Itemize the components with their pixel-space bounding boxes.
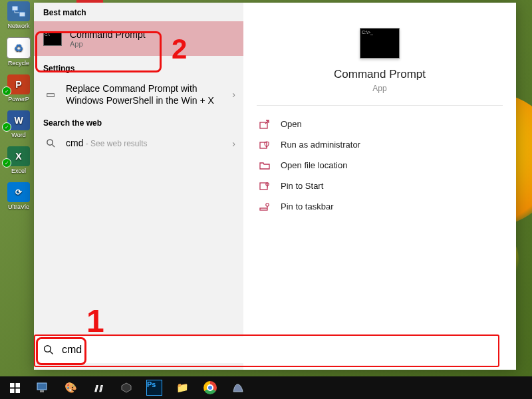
network-icon [7,1,30,21]
chrome-icon [203,381,217,394]
taskbar-file-explorer[interactable]: 📁 [170,378,194,398]
action-label: Run as administrator [281,140,360,150]
photoshop-icon: Ps [146,380,162,396]
desktop-icon-label: Excel [11,168,26,174]
palette-icon: 🎨 [65,382,77,394]
preview-subtitle: App [372,84,386,93]
folder-icon [259,161,271,170]
svg-rect-0 [12,6,18,11]
action-label: Pin to taskbar [281,201,334,211]
taskbar-photoshop[interactable]: Ps [142,378,166,398]
settings-header: Settings [34,56,243,77]
start-menu-results: Best match Command Prompt App Settings ▭… [34,3,243,370]
desktop-icon-word[interactable]: W ✓ Word [3,110,34,138]
svg-rect-15 [15,383,20,388]
search-icon [43,138,58,148]
svg-line-3 [52,145,55,148]
action-label: Open [281,119,302,129]
shortcut-badge-icon: ✓ [2,86,11,96]
settings-item-label: Replace Command Prompt with Windows Powe… [66,82,234,106]
pin-start-icon [259,182,271,191]
taskbar-chrome[interactable] [198,378,222,398]
desktop-icon-excel[interactable]: X ✓ Excel [3,146,34,174]
command-prompt-icon [360,28,400,59]
svg-point-10 [266,203,269,205]
preview-pane: Command Prompt App [257,15,503,106]
svg-rect-14 [10,383,15,388]
action-label: Pin to Start [281,181,323,191]
action-open[interactable]: Open [257,115,503,133]
shortcut-badge-icon: ✓ [2,122,11,132]
svg-rect-19 [40,390,44,392]
open-icon [259,120,271,129]
action-pin-to-start[interactable]: Pin to Start [257,177,503,195]
desktop-icon-label: Recycle [8,60,29,66]
svg-rect-5 [260,142,267,148]
taskbar-app-2[interactable]: ⫿⫿ [86,378,110,398]
desktop-icon-network[interactable]: Network [3,1,34,29]
settings-item-replace-cmd[interactable]: ▭ Replace Command Prompt with Windows Po… [34,77,243,112]
action-pin-to-taskbar[interactable]: Pin to taskbar [257,198,503,215]
search-web-header: Search the web [34,112,243,132]
active-tab-indicator [76,0,103,3]
web-search-label: cmd - See web results [66,137,234,150]
desktop-icon-label: UltraVie [8,203,29,210]
chevron-right-icon: › [232,89,235,100]
shortcut-badge-icon: ✓ [2,158,11,168]
desktop-icon-recycle[interactable]: Recycle [3,37,34,66]
desktop-icons: Network Recycle P ✓ PowerP W ✓ Word X ✓ … [3,0,34,210]
taskbar: 🎨 ⫿⫿ Ps 📁 [0,376,532,399]
taskbar-paint[interactable]: 🎨 [59,378,82,398]
best-match-subtitle: App [70,40,146,48]
svg-point-2 [47,140,52,145]
admin-shield-icon [259,140,271,150]
command-prompt-icon [43,31,62,46]
start-menu-preview: Command Prompt App Open Run as administr… [243,3,516,370]
action-open-file-location[interactable]: Open file location [257,156,503,174]
taskbar-app-1[interactable] [31,378,55,398]
app-icon: ⫿⫿ [94,382,103,393]
action-run-as-admin[interactable]: Run as administrator [257,136,503,154]
preview-title: Command Prompt [334,68,426,81]
start-button[interactable] [3,378,27,398]
taskbar-app-3[interactable] [114,378,138,398]
start-menu: Best match Command Prompt App Settings ▭… [34,3,516,370]
svg-marker-20 [122,383,131,392]
annotation-number-1: 1 [86,303,104,339]
svg-point-12 [45,346,51,352]
svg-rect-16 [10,388,15,393]
folder-icon: 📁 [176,382,189,394]
svg-line-13 [50,351,53,354]
settings-item-icon: ▭ [43,88,58,100]
start-search-bar[interactable] [34,336,515,363]
annotation-number-2: 2 [172,33,187,65]
web-search-item[interactable]: cmd - See web results › [34,132,243,155]
desktop-icon-label: PowerP [8,96,29,102]
best-match-command-prompt[interactable]: Command Prompt App [34,21,243,56]
taskbar-app-4[interactable] [226,378,250,398]
desktop: Network Recycle P ✓ PowerP W ✓ Word X ✓ … [0,0,532,399]
recycle-bin-icon [7,37,31,59]
svg-rect-9 [260,208,267,210]
search-input[interactable] [61,343,506,356]
best-match-header: Best match [34,3,243,21]
svg-rect-18 [37,383,47,390]
desktop-icon-label: Network [7,23,29,29]
svg-rect-1 [19,12,25,17]
svg-rect-17 [15,388,20,393]
best-match-text: Command Prompt App [70,29,146,48]
desktop-icon-ultraviewer[interactable]: ⟳ UltraVie [3,182,34,210]
chevron-right-icon: › [232,138,235,149]
best-match-title: Command Prompt [70,29,146,40]
desktop-icon-label: Word [11,132,25,138]
preview-actions: Open Run as administrator Open file loca… [257,106,503,215]
desktop-icon-powerpoint[interactable]: P ✓ PowerP [3,74,34,102]
search-icon [43,344,54,355]
ultraviewer-icon: ⟳ [7,182,30,202]
action-label: Open file location [281,160,347,170]
pin-taskbar-icon [259,202,271,211]
